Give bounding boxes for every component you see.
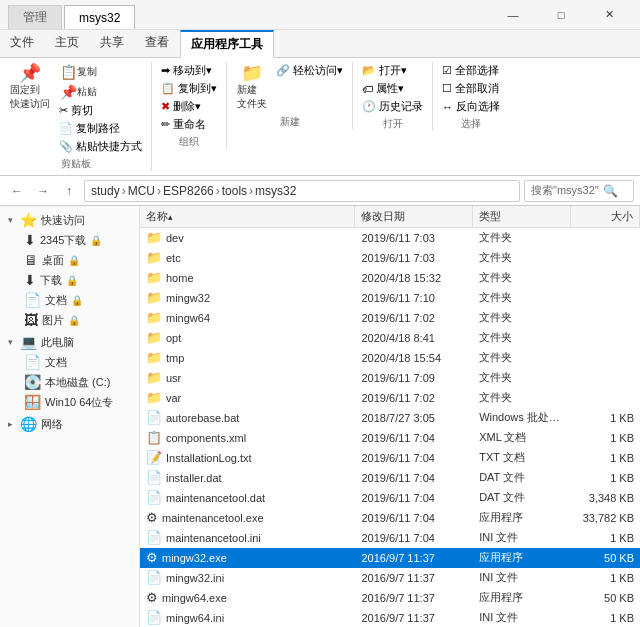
file-icon: ⚙ bbox=[146, 590, 158, 605]
search-box[interactable]: 搜索"msys32" 🔍 bbox=[524, 180, 634, 202]
table-row[interactable]: 📁 usr 2019/6/11 7:09 文件夹 bbox=[140, 368, 640, 388]
thispc-icon: 💻 bbox=[20, 334, 37, 350]
title-tab-manage[interactable]: 管理 bbox=[8, 5, 62, 29]
forward-button[interactable]: → bbox=[32, 180, 54, 202]
file-date: 2020/4/18 8:41 bbox=[356, 332, 474, 344]
table-row[interactable]: 📄 maintenancetool.dat 2019/6/11 7:04 DAT… bbox=[140, 488, 640, 508]
sidebar-item-pictures[interactable]: 🖼 图片 🔒 bbox=[0, 310, 139, 330]
file-date: 2019/6/11 7:10 bbox=[356, 292, 474, 304]
downloads-icon: ⬇ bbox=[24, 272, 36, 288]
minimize-button[interactable]: — bbox=[490, 0, 536, 30]
table-row[interactable]: ⚙ mingw64.exe 2016/9/7 11:37 应用程序 50 KB bbox=[140, 588, 640, 608]
table-row[interactable]: 📁 mingw64 2019/6/11 7:02 文件夹 bbox=[140, 308, 640, 328]
sidebar-item-mydocs[interactable]: 📄 文档 bbox=[0, 352, 139, 372]
ribbon-tab-view[interactable]: 查看 bbox=[135, 30, 180, 57]
file-icon: ⚙ bbox=[146, 510, 158, 525]
file-type: DAT 文件 bbox=[473, 470, 571, 485]
table-row[interactable]: 📁 mingw32 2019/6/11 7:10 文件夹 bbox=[140, 288, 640, 308]
sidebar-item-network[interactable]: ▸ 🌐 网络 bbox=[0, 414, 139, 434]
win10-label: Win10 64位专 bbox=[45, 395, 113, 410]
sidebar-item-docs[interactable]: 📄 文档 🔒 bbox=[0, 290, 139, 310]
table-row[interactable]: 📁 tmp 2020/4/18 15:54 文件夹 bbox=[140, 348, 640, 368]
delete-button[interactable]: ✖ 删除▾ bbox=[158, 98, 220, 115]
clipboard-buttons: 📌 固定到快速访问 📋 复制 📌 粘贴 ✂ 剪切 bbox=[6, 62, 145, 155]
maximize-button[interactable]: □ bbox=[538, 0, 584, 30]
col-header-size[interactable]: 大小 bbox=[571, 206, 640, 227]
address-path[interactable]: study › MCU › ESP8266 › tools › msys32 bbox=[84, 180, 520, 202]
deselect-all-icon: ☐ bbox=[442, 82, 452, 95]
file-name: tmp bbox=[166, 352, 184, 364]
table-row[interactable]: 📁 dev 2019/6/11 7:03 文件夹 bbox=[140, 228, 640, 248]
table-row[interactable]: ⚙ maintenancetool.exe 2019/6/11 7:04 应用程… bbox=[140, 508, 640, 528]
new-folder-button[interactable]: 📁 新建文件夹 bbox=[233, 62, 271, 113]
file-name: mingw64.ini bbox=[166, 612, 224, 624]
table-row[interactable]: 📄 installer.dat 2019/6/11 7:04 DAT 文件 1 … bbox=[140, 468, 640, 488]
copy-to-button[interactable]: 📋 复制到▾ bbox=[158, 80, 220, 97]
copy-icon: 📋 bbox=[60, 65, 77, 79]
file-date: 2019/6/11 7:04 bbox=[356, 512, 474, 524]
ribbon-tab-file[interactable]: 文件 bbox=[0, 30, 45, 57]
table-row[interactable]: 📄 maintenancetool.ini 2019/6/11 7:04 INI… bbox=[140, 528, 640, 548]
table-row[interactable]: 📝 InstallationLog.txt 2019/6/11 7:04 TXT… bbox=[140, 448, 640, 468]
file-date: 2016/9/7 11:37 bbox=[356, 612, 474, 624]
sidebar-item-quickaccess[interactable]: ▾ ⭐ 快速访问 bbox=[0, 210, 139, 230]
table-row[interactable]: 📄 autorebase.bat 2018/7/27 3:05 Windows … bbox=[140, 408, 640, 428]
table-row[interactable]: 📄 mingw64.ini 2016/9/7 11:37 INI 文件 1 KB bbox=[140, 608, 640, 627]
paste-shortcut-button[interactable]: 📎 粘贴快捷方式 bbox=[56, 138, 145, 155]
sidebar-item-thispc[interactable]: ▾ 💻 此电脑 bbox=[0, 332, 139, 352]
sidebar-item-localc[interactable]: 💽 本地磁盘 (C:) bbox=[0, 372, 139, 392]
docs-label: 文档 bbox=[45, 293, 67, 308]
deselect-all-button[interactable]: ☐ 全部取消 bbox=[439, 80, 503, 97]
move-to-button[interactable]: ➡ 移动到▾ bbox=[158, 62, 220, 79]
ribbon-tab-apptools[interactable]: 应用程序工具 bbox=[180, 30, 274, 58]
sidebar-item-downloads[interactable]: ⬇ 下载 🔒 bbox=[0, 270, 139, 290]
copy-path-button[interactable]: 📄 复制路径 bbox=[56, 120, 145, 137]
table-row[interactable]: 📋 components.xml 2019/6/11 7:04 XML 文档 1… bbox=[140, 428, 640, 448]
cut-button[interactable]: ✂ 剪切 bbox=[56, 102, 145, 119]
pin-quick-access-button[interactable]: 📌 固定到快速访问 bbox=[6, 62, 54, 113]
history-button[interactable]: 🕐 历史记录 bbox=[359, 98, 426, 115]
file-type: 文件夹 bbox=[473, 290, 571, 305]
close-button[interactable]: ✕ bbox=[586, 0, 632, 30]
back-button[interactable]: ← bbox=[6, 180, 28, 202]
file-type: 应用程序 bbox=[473, 550, 571, 565]
file-icon: 📁 bbox=[146, 370, 162, 385]
paste-button[interactable]: 📌 粘贴 bbox=[56, 82, 145, 101]
table-row[interactable]: 📁 etc 2019/6/11 7:03 文件夹 bbox=[140, 248, 640, 268]
table-row[interactable]: ⚙ mingw32.exe 2016/9/7 11:37 应用程序 50 KB bbox=[140, 548, 640, 568]
file-name: autorebase.bat bbox=[166, 412, 239, 424]
file-icon: 📄 bbox=[146, 410, 162, 425]
file-date: 2019/6/11 7:04 bbox=[356, 532, 474, 544]
desktop-label: 桌面 bbox=[42, 253, 64, 268]
select-all-button[interactable]: ☑ 全部选择 bbox=[439, 62, 503, 79]
file-name: maintenancetool.dat bbox=[166, 492, 265, 504]
open-button[interactable]: 📂 打开▾ bbox=[359, 62, 426, 79]
table-row[interactable]: 📁 home 2020/4/18 15:32 文件夹 bbox=[140, 268, 640, 288]
table-row[interactable]: 📁 opt 2020/4/18 8:41 文件夹 bbox=[140, 328, 640, 348]
invert-selection-button[interactable]: ↔ 反向选择 bbox=[439, 98, 503, 115]
rename-button[interactable]: ✏ 重命名 bbox=[158, 116, 220, 133]
ribbon-tab-home[interactable]: 主页 bbox=[45, 30, 90, 57]
up-button[interactable]: ↑ bbox=[58, 180, 80, 202]
easy-access-button[interactable]: 🔗 轻松访问▾ bbox=[273, 62, 346, 79]
col-header-name[interactable]: 名称 ▴ bbox=[140, 206, 355, 227]
downloads-label: 下载 bbox=[40, 273, 62, 288]
col-header-type[interactable]: 类型 bbox=[473, 206, 571, 227]
table-row[interactable]: 📁 var 2019/6/11 7:02 文件夹 bbox=[140, 388, 640, 408]
file-size: 1 KB bbox=[571, 572, 640, 584]
file-area: 名称 ▴ 修改日期 类型 大小 📁 dev 2019/6/11 7:03 文件夹… bbox=[140, 206, 640, 627]
file-name: components.xml bbox=[166, 432, 246, 444]
title-tab-msys32[interactable]: msys32 bbox=[64, 5, 135, 29]
ribbon-tab-share[interactable]: 共享 bbox=[90, 30, 135, 57]
copy-to-icon: 📋 bbox=[161, 82, 175, 95]
sidebar-item-2345[interactable]: ⬇ 2345下载 🔒 bbox=[0, 230, 139, 250]
delete-icon: ✖ bbox=[161, 100, 170, 113]
properties-button[interactable]: 🏷 属性▾ bbox=[359, 80, 426, 97]
table-row[interactable]: 📄 mingw32.ini 2016/9/7 11:37 INI 文件 1 KB bbox=[140, 568, 640, 588]
select-buttons: ☑ 全部选择 ☐ 全部取消 ↔ 反向选择 bbox=[439, 62, 503, 115]
file-type: 文件夹 bbox=[473, 250, 571, 265]
col-header-date[interactable]: 修改日期 bbox=[355, 206, 473, 227]
sidebar-item-win10[interactable]: 🪟 Win10 64位专 bbox=[0, 392, 139, 412]
sidebar-item-desktop[interactable]: 🖥 桌面 🔒 bbox=[0, 250, 139, 270]
copy-button[interactable]: 📋 复制 bbox=[56, 62, 145, 81]
